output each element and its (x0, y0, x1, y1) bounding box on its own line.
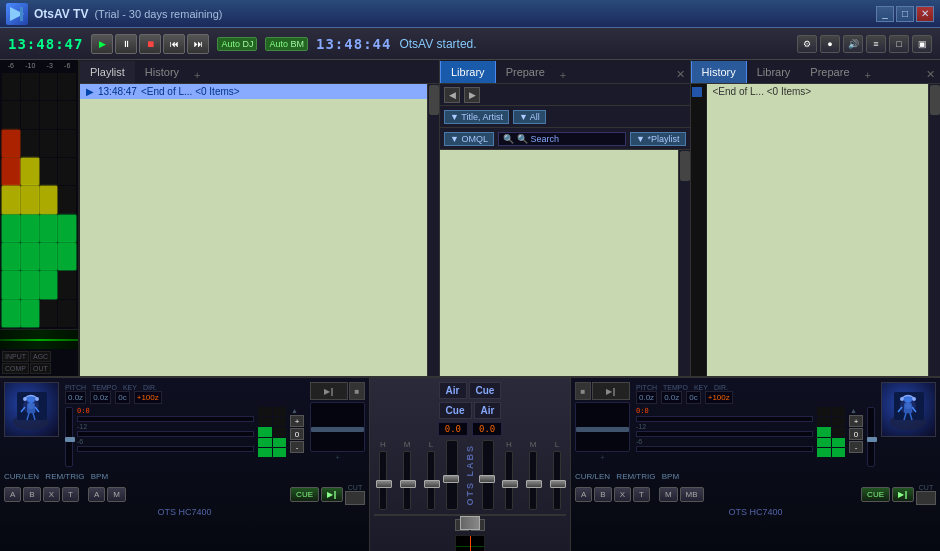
deck-left-art (4, 382, 59, 437)
pitch-reset-btn[interactable]: 0 (290, 428, 304, 440)
vu-agc-btn[interactable]: AGC (30, 351, 51, 362)
deck-right-ctrl-btn-2[interactable]: ▶‖ (592, 382, 630, 400)
right-browser-marker (691, 84, 707, 376)
cut-btn[interactable] (345, 491, 365, 505)
cue-button-right[interactable]: CUE (861, 487, 890, 502)
fader-l-left[interactable] (427, 451, 435, 510)
tab-library-right[interactable]: Library (747, 61, 801, 83)
deck-right-btn-mb[interactable]: MB (680, 487, 704, 502)
play-button-left[interactable]: ▶‖ (321, 487, 343, 502)
pitch-reset-btn-right[interactable]: 0 (849, 428, 863, 440)
close-library-tab-btn[interactable]: ✕ (671, 66, 690, 83)
play-button[interactable]: ▶ (91, 34, 113, 54)
search-box[interactable]: 🔍 🔍 Search (498, 132, 626, 146)
deck-ctrl-btn-2[interactable]: ■ (349, 382, 365, 400)
middle-browser-scrollbar[interactable] (678, 150, 690, 376)
tab-prepare-right[interactable]: Prepare (800, 61, 859, 83)
record-icon[interactable]: ● (820, 35, 840, 53)
playlist-filter-btn[interactable]: ▼ *Playlist (630, 132, 685, 146)
left-browser-scrollbar[interactable] (427, 84, 439, 376)
deck-right-values: 0.0z 0.0z 0c +100z (636, 391, 875, 404)
deck-right-ctrl-btn-1[interactable]: ■ (575, 382, 591, 400)
auto-bm-badge[interactable]: Auto BM (265, 37, 308, 51)
fader-m-left[interactable] (403, 451, 411, 510)
deck-btn-x[interactable]: X (43, 487, 60, 502)
tab-library[interactable]: Library (440, 61, 496, 83)
deck-btn-t[interactable]: T (62, 487, 79, 502)
vu-out-btn[interactable]: OUT (30, 363, 51, 374)
tool3-icon[interactable]: ▣ (912, 35, 932, 53)
pitch-slider[interactable] (65, 407, 73, 467)
deck-left-top-controls: ▶‖ ■ (310, 382, 365, 400)
deck-btn-b[interactable]: B (23, 487, 40, 502)
crossfader[interactable] (374, 514, 566, 516)
window-controls: _ □ ✕ (876, 6, 934, 22)
vu-seg (2, 215, 20, 242)
tab-playlist[interactable]: Playlist (80, 61, 135, 83)
prev-button[interactable]: ⏮ (163, 34, 185, 54)
vu-seg (40, 101, 58, 128)
deck-left: PITCH TEMPO KEY DIR. 0.0z 0.0z 0c +100z (0, 378, 370, 551)
deck-right-btn-t[interactable]: T (633, 487, 650, 502)
deck-right-btn-b[interactable]: B (594, 487, 611, 502)
play-button-right[interactable]: ▶‖ (892, 487, 914, 502)
close-button[interactable]: ✕ (916, 6, 934, 22)
scroll-thumb-right[interactable] (930, 85, 940, 115)
scroll-thumb[interactable] (429, 85, 439, 115)
fader-h-left[interactable] (379, 451, 387, 510)
deck-btn-a[interactable]: A (4, 487, 21, 502)
cut-btn-right[interactable] (916, 491, 936, 505)
deck-right-btn-x[interactable]: X (614, 487, 631, 502)
add-playlist-tab-btn[interactable]: + (189, 67, 205, 83)
back-btn[interactable]: ◀ (444, 87, 460, 103)
auto-dj-badge[interactable]: Auto DJ (217, 37, 257, 51)
fader-m-right[interactable] (529, 451, 537, 510)
vu-seg (2, 158, 20, 185)
cue-button-left[interactable]: CUE (290, 487, 319, 502)
deck-right-btn-a[interactable]: A (575, 487, 592, 502)
settings-icon[interactable]: ⚙ (797, 35, 817, 53)
vu-seg (58, 158, 76, 185)
vu-input-btn[interactable]: INPUT (2, 351, 29, 362)
tempo-slider-right[interactable] (575, 402, 630, 452)
omql-btn[interactable]: ▼ OMQL (444, 132, 494, 146)
forward-btn[interactable]: ▶ (464, 87, 480, 103)
pitch-up-btn-right[interactable]: + (849, 415, 863, 427)
next-button[interactable]: ⏭ (187, 34, 209, 54)
tab-prepare[interactable]: Prepare (496, 61, 555, 83)
history-item[interactable]: <End of L... <0 Items> (707, 84, 929, 99)
deck-right-btn-m[interactable]: M (659, 487, 678, 502)
level-bar-right-3 (636, 446, 813, 452)
waveform-line (0, 339, 78, 341)
add-right-tab-btn[interactable]: + (860, 67, 876, 83)
vu-comp-btn[interactable]: COMP (2, 363, 29, 374)
playlist-item[interactable]: ▶ 13:48:47 <End of L... <0 Items> (80, 84, 427, 99)
pitch-up-btn[interactable]: + (290, 415, 304, 427)
deck-btn-m[interactable]: M (107, 487, 126, 502)
minimize-button[interactable]: _ (876, 6, 894, 22)
close-right-tab-btn[interactable]: ✕ (921, 66, 940, 83)
main-fader-track-right[interactable] (482, 440, 494, 510)
tool1-icon[interactable]: ≡ (866, 35, 886, 53)
deck-ctrl-btn-1[interactable]: ▶‖ (310, 382, 348, 400)
pitch-down-btn[interactable]: - (290, 441, 304, 453)
tab-history-right[interactable]: History (691, 61, 747, 83)
fader-l-right[interactable] (553, 451, 561, 510)
right-browser-scrollbar[interactable] (928, 84, 940, 376)
maximize-button[interactable]: □ (896, 6, 914, 22)
filter-title-artist-btn[interactable]: ▼ Title, Artist (444, 110, 509, 124)
scroll-thumb-mid[interactable] (680, 151, 690, 181)
filter-all-btn[interactable]: ▼ All (513, 110, 546, 124)
deck-btn-a2[interactable]: A (88, 487, 105, 502)
main-fader-track-left[interactable] (446, 440, 458, 510)
pause-button[interactable]: ⏸ (115, 34, 137, 54)
pitch-down-btn-right[interactable]: - (849, 441, 863, 453)
tempo-slider[interactable] (310, 402, 365, 452)
speaker-icon[interactable]: 🔊 (843, 35, 863, 53)
add-library-tab-btn[interactable]: + (555, 67, 571, 83)
fader-h-right[interactable] (505, 451, 513, 510)
stop-button[interactable]: ⏹ (139, 34, 161, 54)
tab-history-left[interactable]: History (135, 61, 189, 83)
pitch-slider-right[interactable] (867, 407, 875, 467)
tool2-icon[interactable]: □ (889, 35, 909, 53)
